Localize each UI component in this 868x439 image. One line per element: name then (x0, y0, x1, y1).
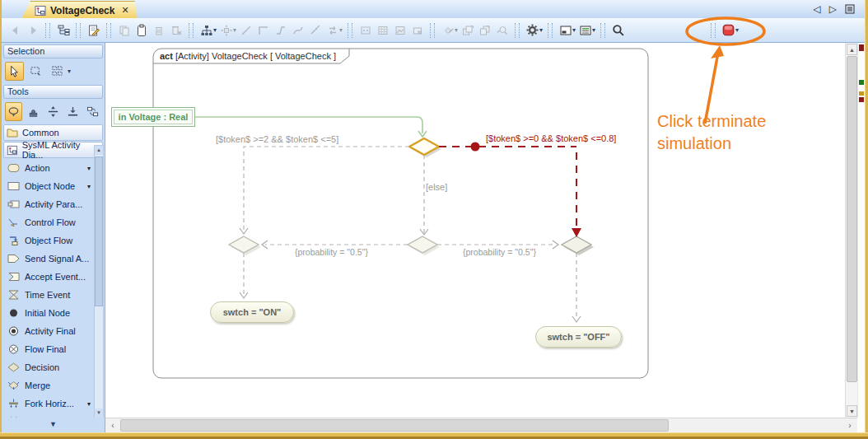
oblique-path-icon[interactable] (237, 21, 254, 39)
palette-more-down-icon[interactable]: ▼ (49, 420, 57, 428)
paste-icon[interactable] (133, 21, 150, 39)
scroll-down-icon[interactable]: ▼ (847, 405, 857, 417)
palette-item-accept-event[interactable]: Accept Event... (2, 268, 91, 286)
window-layout-dropdown-icon[interactable]: ▾ (572, 26, 576, 34)
error-stripe-mark[interactable] (859, 44, 864, 51)
terminate-dropdown-icon[interactable]: ▾ (735, 26, 739, 34)
palette-item-activity-parameter[interactable]: Activity Para... (2, 195, 91, 213)
layout-tree-icon[interactable] (198, 21, 215, 39)
flow-guard-left[interactable] (244, 147, 409, 232)
scroll-right-icon[interactable]: › (843, 419, 856, 432)
marquee-select-icon[interactable] (26, 62, 45, 81)
tab-voltagecheck[interactable]: VoltageCheck ✕ (21, 1, 138, 19)
diagram-canvas[interactable]: act [Activity] VoltageCheck [ VoltageChe… (105, 43, 845, 418)
palette-item-activity-final[interactable]: Activity Final (2, 322, 91, 340)
palette-item-fork-horizontal[interactable]: Fork Horiz...▾ (2, 395, 91, 413)
palette-scroll-up-icon[interactable]: ▲ (95, 146, 103, 155)
error-stripe-mark[interactable] (859, 80, 864, 85)
path-break-icon[interactable] (306, 21, 324, 39)
palette-scrollbar-thumb[interactable] (95, 156, 103, 306)
delete-icon[interactable] (150, 21, 167, 39)
terminate-simulation-group: ▾ (707, 21, 740, 39)
activity-parameter-node[interactable]: in Voltage : Real (111, 107, 195, 127)
bezier-path-icon[interactable] (289, 21, 306, 39)
palette-item-object-flow[interactable]: Object Flow (2, 231, 91, 250)
change-direction-dropdown-icon[interactable]: ▾ (339, 26, 343, 34)
stamp-tool-icon[interactable] (25, 102, 42, 121)
show-frame-icon[interactable] (408, 21, 426, 39)
dropdown-caret-icon[interactable]: ▾ (87, 183, 91, 190)
multi-select-icon[interactable] (48, 62, 67, 81)
action-node-off[interactable]: swtch = "OFF" (535, 326, 622, 348)
to-front-icon[interactable] (459, 21, 476, 39)
search-icon[interactable] (609, 21, 627, 39)
palette-item-control-flow[interactable]: Control Flow (2, 213, 91, 231)
window-layout-icon[interactable] (557, 21, 574, 39)
rectilinear-path-icon[interactable] (254, 21, 272, 39)
palette-item-merge[interactable]: Merge (2, 376, 91, 395)
legend-dropdown-icon[interactable]: ▾ (592, 26, 595, 34)
parameter-object-flow[interactable] (194, 117, 422, 133)
palette-item-decision[interactable]: Decision (2, 358, 91, 376)
forward-icon[interactable] (24, 21, 41, 39)
palette-item-flow-final[interactable]: Flow Final (2, 340, 91, 358)
probability-label-right: {probability = "0.5"} (463, 247, 536, 257)
legend-list-icon[interactable] (576, 21, 594, 39)
palette-item-time-event[interactable]: Time Event (2, 286, 91, 304)
palette-item-send-signal[interactable]: Send Signal A... (2, 250, 91, 268)
error-stripe-mark[interactable] (859, 97, 864, 102)
object-flow-icon (7, 236, 20, 245)
dropdown-caret-icon[interactable]: ▾ (87, 165, 91, 172)
cursor-tool-icon[interactable] (5, 62, 24, 81)
change-direction-icon[interactable] (324, 21, 341, 39)
palette-scroll-down-icon[interactable]: ▼ (95, 409, 103, 418)
flow-final-icon (7, 344, 20, 354)
common-category[interactable]: Common (3, 124, 103, 141)
swap-elements-icon[interactable] (84, 102, 101, 121)
align-bottom-icon[interactable] (64, 102, 82, 121)
dropdown-caret-icon[interactable]: ▾ (87, 400, 91, 408)
terminate-simulation-icon[interactable] (720, 21, 737, 39)
align-middle-icon[interactable] (44, 102, 62, 121)
back-icon[interactable] (7, 21, 24, 39)
copy-icon[interactable] (115, 21, 133, 39)
quick-layout-dropdown-icon[interactable]: ▾ (233, 26, 236, 34)
diagram-list-icon[interactable] (845, 4, 855, 14)
quick-layout-icon[interactable] (217, 21, 235, 39)
options-gear-icon[interactable] (524, 21, 541, 39)
selection-dropdown-icon[interactable]: ▾ (68, 68, 71, 75)
shape-style-icon[interactable] (439, 21, 456, 39)
palette-item-object-node[interactable]: Object Node▾ (2, 177, 91, 195)
control-flow-icon (7, 217, 20, 227)
oval-tool-icon[interactable] (5, 102, 22, 121)
scroll-up-icon[interactable]: ▲ (847, 44, 857, 55)
vertical-scrollbar-thumb[interactable] (847, 56, 857, 382)
diagram-properties-icon[interactable] (85, 21, 102, 39)
sysml-activity-category[interactable]: SysML Activity Dia... (3, 142, 103, 158)
action-node-on[interactable]: swtch = "ON" (210, 301, 294, 323)
palette-item-action[interactable]: Action▾ (2, 159, 91, 177)
show-grid-icon[interactable] (374, 21, 391, 39)
horizontal-scrollbar-thumb[interactable] (120, 419, 669, 432)
save-as-image-icon[interactable] (391, 21, 408, 39)
previous-diagram-icon[interactable]: ◁ (814, 3, 821, 15)
to-back-icon[interactable] (476, 21, 493, 39)
path-style-icon[interactable] (272, 21, 289, 39)
vertical-scrollbar[interactable]: ▲ ▼ (845, 43, 857, 418)
palette-scrollbar[interactable]: ▲ ▼ (94, 145, 104, 418)
activity-diagram-icon (35, 5, 46, 16)
reset-style-icon[interactable] (493, 21, 511, 39)
shape-style-dropdown-icon[interactable]: ▾ (455, 26, 458, 34)
error-stripe-mark[interactable] (859, 91, 864, 96)
containment-tree-icon[interactable] (54, 21, 72, 39)
fit-to-window-icon[interactable] (357, 21, 374, 39)
delete-from-model-icon[interactable] (167, 21, 184, 39)
palette-item-initial-node[interactable]: Initial Node (2, 304, 91, 322)
horizontal-scrollbar[interactable]: ‹ › (105, 418, 857, 432)
scroll-left-icon[interactable]: ‹ (106, 419, 119, 432)
layout-dropdown-icon[interactable]: ▾ (213, 26, 217, 34)
options-dropdown-icon[interactable]: ▾ (539, 26, 543, 34)
activity-diagram-icon (7, 145, 18, 156)
tab-close-icon[interactable]: ✕ (121, 5, 128, 16)
next-diagram-icon[interactable]: ▷ (829, 3, 837, 15)
